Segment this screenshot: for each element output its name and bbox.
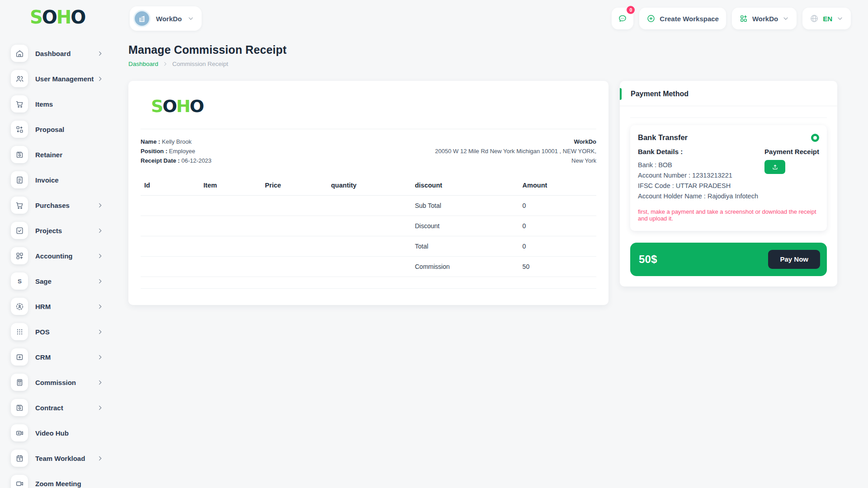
topbar: WorkDo 0 Create Workspace WorkDo EN [111, 0, 868, 33]
messages-button[interactable]: 0 [612, 8, 633, 29]
upload-icon [772, 164, 778, 170]
chevron-right-icon [97, 278, 104, 285]
video-plus-icon [11, 424, 28, 441]
breadcrumb: Dashboard Commission Receipt [128, 61, 851, 67]
plus-circle-icon [646, 14, 656, 23]
file-icon [11, 171, 28, 188]
table-header-row: IdItemPricequantitydiscountAmount [141, 177, 596, 196]
chevron-down-icon [782, 15, 789, 22]
sidebar-item-hrm[interactable]: HRM [0, 294, 111, 319]
summary-value: 0 [519, 236, 596, 257]
sidebar-item-dashboard[interactable]: Dashboard [0, 41, 111, 66]
recipient-info: Name : Kelly Brook Position : Employee R… [141, 137, 212, 165]
chevron-down-icon [187, 15, 194, 22]
summary-value: 0 [519, 196, 596, 216]
divider [630, 117, 827, 118]
breadcrumb-dashboard-link[interactable]: Dashboard [128, 61, 158, 67]
sidebar-item-label: Contract [35, 404, 63, 412]
company-address-line1: 20050 W 12 Mile Rd New York Michigan 100… [435, 147, 596, 156]
summary-label: Total [411, 236, 519, 257]
chevron-right-icon [97, 253, 104, 259]
payment-method-panel: Payment Method Bank Transfer Bank Detail… [620, 81, 837, 286]
sidebar-item-sage[interactable]: SSage [0, 268, 111, 294]
bank-transfer-card: Bank Transfer Bank Details : Bank : BOBA… [630, 125, 827, 231]
sidebar-item-retainer[interactable]: Retainer [0, 142, 111, 167]
breadcrumb-current: Commission Receipt [172, 61, 228, 67]
sidebar-item-purchases[interactable]: Purchases [0, 192, 111, 218]
create-workspace-button[interactable]: Create Workspace [639, 8, 726, 29]
upload-receipt-button[interactable] [764, 160, 785, 174]
receipt-logo: SOHO [151, 96, 596, 116]
summary-row-commission: Commission50 [141, 257, 596, 277]
chevron-right-icon [97, 354, 104, 361]
sidebar: SOHO DashboardUser ManagementItemsPropos… [0, 0, 111, 488]
proposal-icon [11, 121, 28, 138]
sidebar-item-items[interactable]: Items [0, 91, 111, 117]
workspace-switcher-label: WorkDo [156, 15, 182, 23]
bank-details-block: Bank Details : Bank : BOBAccount Number … [638, 148, 758, 202]
sidebar-item-proposal[interactable]: Proposal [0, 117, 111, 142]
position-value: Employee [169, 148, 195, 155]
language-code: EN [823, 15, 832, 23]
workspace-switcher[interactable]: WorkDo [130, 6, 202, 31]
app-logo: SOHO [30, 7, 111, 27]
globe-icon [810, 14, 819, 23]
receipt-meta: Name : Kelly Brook Position : Employee R… [141, 137, 596, 165]
page-title: Manage Commission Receipt [128, 43, 851, 56]
bank-detail-line: IFSC Code : UTTAR PRADESH [638, 181, 758, 191]
receipt-date-label: Receipt Date : [141, 157, 180, 164]
chevron-right-icon [97, 379, 104, 386]
sidebar-item-label: Projects [35, 227, 62, 235]
chevron-right-icon [97, 227, 104, 234]
pay-now-button[interactable]: Pay Now [768, 250, 820, 269]
sidebar-item-accounting[interactable]: Accounting [0, 243, 111, 268]
commission-receipt-card: SOHO Name : Kelly Brook Position : Emplo… [128, 81, 609, 305]
sidebar-item-zoom-meeting[interactable]: Zoom Meeting [0, 471, 111, 488]
sidebar-item-pos[interactable]: POS [0, 319, 111, 344]
empty-row [141, 277, 596, 289]
sidebar-item-label: HRM [35, 303, 51, 310]
video-icon [11, 475, 28, 488]
sidebar-item-commission[interactable]: Commission [0, 370, 111, 395]
sidebar-item-team-workload[interactable]: Team Workload [0, 446, 111, 471]
summary-label: Discount [411, 216, 519, 236]
main-area: WorkDo 0 Create Workspace WorkDo EN [111, 0, 868, 488]
sidebar-item-video-hub[interactable]: Video Hub [0, 420, 111, 446]
messages-badge: 0 [627, 6, 635, 14]
accent-bar [620, 88, 622, 100]
cart-icon [11, 197, 28, 214]
calculator-icon [11, 374, 28, 391]
chevron-right-icon [97, 50, 104, 57]
summary-row-total: Total0 [141, 236, 596, 257]
chevron-right-icon [97, 455, 104, 462]
workspace-menu[interactable]: WorkDo [732, 8, 797, 29]
language-selector[interactable]: EN [802, 8, 851, 29]
building-icon [133, 10, 151, 27]
bank-transfer-radio[interactable] [811, 134, 819, 142]
sidebar-item-label: Retainer [35, 151, 62, 159]
company-name: WorkDo [435, 137, 596, 147]
name-value: Kelly Brook [162, 138, 192, 145]
company-info: WorkDo 20050 W 12 Mile Rd New York Michi… [435, 137, 596, 165]
bank-details-label: Bank Details : [638, 148, 758, 155]
sidebar-item-invoice[interactable]: Invoice [0, 167, 111, 192]
users-icon [11, 70, 28, 87]
sidebar-item-user-management[interactable]: User Management [0, 66, 111, 91]
name-label: Name : [141, 138, 160, 145]
sidebar-item-crm[interactable]: CRM [0, 344, 111, 370]
payment-method-header: Payment Method [620, 81, 837, 106]
summary-value: 50 [519, 257, 596, 277]
chevron-down-icon [836, 15, 844, 22]
sidebar-item-projects[interactable]: Projects [0, 218, 111, 243]
sidebar-nav: DashboardUser ManagementItemsProposalRet… [0, 41, 111, 488]
summary-row-discount: Discount0 [141, 216, 596, 236]
chevron-right-icon [97, 404, 104, 411]
column-header-item: Item [200, 177, 261, 196]
sidebar-item-label: Zoom Meeting [35, 480, 81, 488]
sidebar-item-label: Team Workload [35, 455, 85, 462]
page-body: SOHO Name : Kelly Brook Position : Emplo… [111, 67, 868, 305]
workspace-grid-icon [739, 14, 748, 23]
sidebar-item-contract[interactable]: Contract [0, 395, 111, 420]
receipt-date-value: 06-12-2023 [181, 157, 212, 164]
svg-text:S: S [18, 277, 22, 284]
